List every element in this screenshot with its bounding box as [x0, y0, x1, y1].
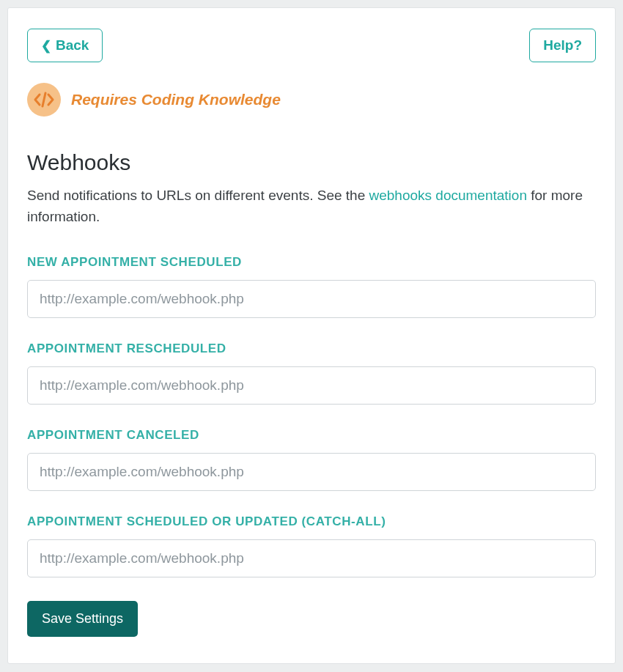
field-label: APPOINTMENT CANCELED — [27, 428, 596, 443]
save-settings-button[interactable]: Save Settings — [27, 601, 138, 637]
save-settings-label: Save Settings — [42, 611, 123, 626]
new-appointment-scheduled-input[interactable] — [27, 280, 596, 318]
webhooks-documentation-link[interactable]: webhooks documentation — [369, 188, 527, 203]
help-button[interactable]: Help? — [529, 29, 596, 62]
field-new-appointment-scheduled: NEW APPOINTMENT SCHEDULED — [27, 255, 596, 318]
help-button-label: Help? — [543, 37, 582, 53]
field-label: APPOINTMENT SCHEDULED OR UPDATED (CATCH-… — [27, 514, 596, 529]
desc-text-prefix: Send notifications to URLs on different … — [27, 188, 369, 203]
back-button[interactable]: ❮ Back — [27, 29, 103, 62]
coding-knowledge-label: Requires Coding Knowledge — [71, 91, 281, 108]
field-appointment-canceled: APPOINTMENT CANCELED — [27, 428, 596, 491]
appointment-catch-all-input[interactable] — [27, 539, 596, 577]
field-appointment-rescheduled: APPOINTMENT RESCHEDULED — [27, 341, 596, 405]
coding-knowledge-banner: Requires Coding Knowledge — [27, 83, 596, 117]
page-description: Send notifications to URLs on different … — [27, 185, 596, 227]
back-button-label: Back — [56, 37, 89, 53]
page-title: Webhooks — [27, 150, 596, 175]
field-appointment-catch-all: APPOINTMENT SCHEDULED OR UPDATED (CATCH-… — [27, 514, 596, 577]
code-icon — [27, 83, 61, 117]
appointment-canceled-input[interactable] — [27, 453, 596, 491]
settings-card: ❮ Back Help? Requires Coding Knowledge W… — [7, 7, 616, 664]
appointment-rescheduled-input[interactable] — [27, 366, 596, 405]
field-label: APPOINTMENT RESCHEDULED — [27, 341, 596, 356]
chevron-left-icon: ❮ — [41, 38, 51, 53]
field-label: NEW APPOINTMENT SCHEDULED — [27, 255, 596, 270]
topbar: ❮ Back Help? — [27, 29, 596, 62]
